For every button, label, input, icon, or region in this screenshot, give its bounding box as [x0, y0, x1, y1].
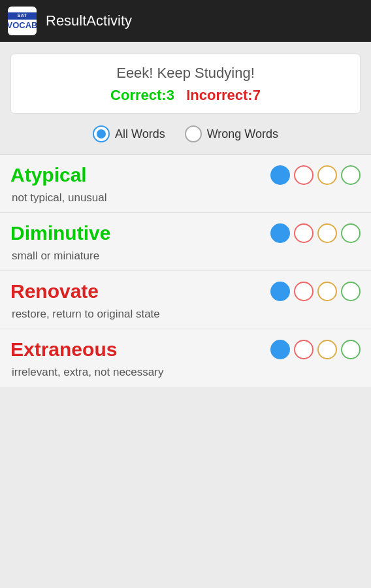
word-item: Diminutivesmall or miniature — [0, 212, 371, 270]
choice-radio-1[interactable] — [294, 223, 314, 243]
result-card: Eeek! Keep Studying! Correct:3 Incorrect… — [10, 54, 361, 114]
word-definition: small or miniature — [10, 250, 361, 263]
word-name: Renovate — [10, 280, 99, 302]
choice-radio-2[interactable] — [317, 340, 337, 359]
filter-all-words-radio-inner — [97, 129, 106, 139]
filter-all-words-radio[interactable] — [93, 125, 110, 142]
filter-wrong-words-radio[interactable] — [185, 125, 202, 142]
filter-row: All Words Wrong Words — [0, 125, 371, 142]
word-header: Extraneous — [10, 338, 361, 361]
choice-radio-3[interactable] — [341, 340, 361, 359]
choice-radio-0[interactable] — [270, 282, 290, 301]
choice-radio-3[interactable] — [341, 165, 361, 185]
topbar: SAT VOCAB ResultActivity — [0, 0, 371, 42]
app-icon-bottom: VOCAB — [8, 20, 37, 29]
word-item: Extraneousirrelevant, extra, not necessa… — [0, 329, 371, 387]
word-name: Atypical — [10, 164, 87, 186]
word-name: Extraneous — [10, 338, 117, 361]
word-header: Renovate — [10, 280, 361, 302]
correct-count: Correct:3 — [110, 87, 174, 103]
word-item: Atypicalnot typical, unusual — [0, 154, 371, 212]
word-header: Diminutive — [10, 222, 361, 244]
app-icon: SAT VOCAB — [8, 7, 37, 35]
radio-group — [270, 165, 361, 185]
choice-radio-1[interactable] — [294, 165, 314, 185]
topbar-title: ResultActivity — [46, 12, 132, 29]
choice-radio-3[interactable] — [341, 282, 361, 301]
word-name: Diminutive — [10, 222, 110, 244]
choice-radio-2[interactable] — [317, 165, 337, 185]
choice-radio-3[interactable] — [341, 223, 361, 243]
choice-radio-0[interactable] — [270, 223, 290, 243]
word-definition: irrelevant, extra, not necessary — [10, 366, 361, 379]
choice-radio-0[interactable] — [270, 340, 290, 359]
filter-wrong-words[interactable]: Wrong Words — [185, 125, 278, 142]
choice-radio-2[interactable] — [317, 223, 337, 243]
radio-group — [270, 223, 361, 243]
filter-wrong-words-label: Wrong Words — [207, 127, 278, 141]
word-list: Atypicalnot typical, unusualDiminutivesm… — [0, 154, 371, 387]
incorrect-count: Incorrect:7 — [186, 87, 261, 103]
choice-radio-1[interactable] — [294, 282, 314, 301]
choice-radio-2[interactable] — [317, 282, 337, 301]
radio-group — [270, 282, 361, 301]
choice-radio-0[interactable] — [270, 165, 290, 185]
word-definition: restore, return to original state — [10, 308, 361, 321]
filter-all-words-label: All Words — [115, 127, 165, 141]
word-definition: not typical, unusual — [10, 191, 361, 204]
app-icon-top: SAT — [8, 12, 37, 19]
word-header: Atypical — [10, 164, 361, 186]
word-item: Renovaterestore, return to original stat… — [0, 270, 371, 329]
radio-group — [270, 340, 361, 359]
filter-all-words[interactable]: All Words — [93, 125, 165, 142]
result-scores: Correct:3 Incorrect:7 — [18, 87, 353, 104]
result-message: Eeek! Keep Studying! — [18, 65, 353, 82]
choice-radio-1[interactable] — [294, 340, 314, 359]
